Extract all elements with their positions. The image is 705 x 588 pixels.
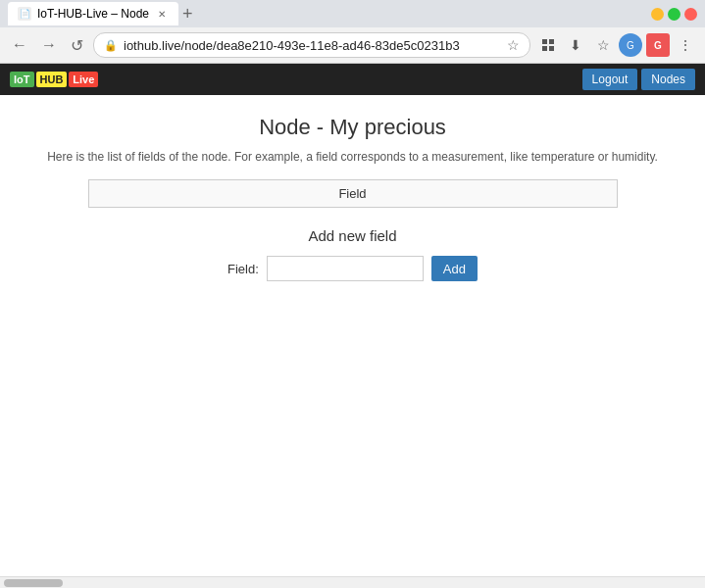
logout-button[interactable]: Logout [582, 69, 638, 90]
address-bar-row: ← → ↺ 🔒 iothub.live/node/dea8e210-493e-1… [0, 27, 705, 63]
extension-button[interactable]: G [646, 33, 670, 57]
minimize-button[interactable] [651, 8, 664, 21]
browser-tab[interactable]: 📄 IoT-HUB-Live – Node ✕ [8, 2, 178, 25]
brand: IoT HUB Live [10, 72, 98, 87]
field-input[interactable] [267, 256, 424, 281]
extensions-icon[interactable] [536, 33, 560, 57]
svg-rect-2 [542, 46, 547, 51]
profile-icon[interactable]: G [619, 33, 642, 57]
app-navbar: IoT HUB Live Logout Nodes [0, 64, 705, 95]
browser-chrome: 📄 IoT-HUB-Live – Node ✕ + ← → ↺ 🔒 iothub… [0, 0, 705, 64]
address-text: iothub.live/node/dea8e210-493e-11e8-ad46… [124, 38, 501, 53]
close-button[interactable] [684, 8, 697, 21]
title-bar: 📄 IoT-HUB-Live – Node ✕ + [0, 0, 705, 27]
back-button[interactable]: ← [8, 34, 31, 56]
scrollbar-thumb[interactable] [4, 579, 63, 587]
bookmark-manager-icon[interactable]: ☆ [591, 33, 615, 57]
maximize-button[interactable] [668, 8, 680, 21]
add-field-button[interactable]: Add [431, 256, 478, 281]
add-field-title: Add new field [20, 227, 685, 244]
new-tab-button[interactable]: + [182, 5, 193, 23]
address-bar[interactable]: 🔒 iothub.live/node/dea8e210-493e-11e8-ad… [93, 32, 530, 58]
field-column-header: Field [88, 180, 617, 208]
field-label: Field: [227, 262, 259, 276]
page-content: Node - My precious Here is the list of f… [0, 95, 705, 301]
refresh-button[interactable]: ↺ [67, 34, 87, 57]
nodes-button[interactable]: Nodes [641, 69, 695, 90]
bottom-scrollbar[interactable] [0, 576, 705, 588]
svg-rect-3 [549, 46, 554, 51]
page-description: Here is the list of fields of the node. … [20, 150, 685, 164]
brand-hub: HUB [36, 72, 68, 87]
brand-iot: IoT [10, 72, 34, 87]
fields-table: Field [88, 179, 618, 208]
window-controls [651, 8, 697, 21]
page-title: Node - My precious [20, 115, 685, 140]
navbar-right: Logout Nodes [582, 69, 695, 90]
brand-live: Live [69, 72, 98, 87]
download-icon[interactable]: ⬇ [564, 33, 587, 57]
forward-button[interactable]: → [37, 34, 61, 56]
tab-favicon: 📄 [18, 7, 31, 21]
tab-close-button[interactable]: ✕ [155, 7, 169, 21]
toolbar-icons: ⬇ ☆ G G ⋮ [536, 33, 697, 57]
secure-icon: 🔒 [104, 39, 118, 52]
menu-button[interactable]: ⋮ [674, 33, 697, 57]
bookmark-button[interactable]: ☆ [507, 37, 520, 53]
add-field-section: Add new field Field: Add [20, 227, 685, 281]
tab-title: IoT-HUB-Live – Node [37, 7, 149, 21]
svg-rect-1 [549, 39, 554, 44]
add-field-form: Field: Add [227, 256, 478, 281]
svg-rect-0 [542, 39, 547, 44]
